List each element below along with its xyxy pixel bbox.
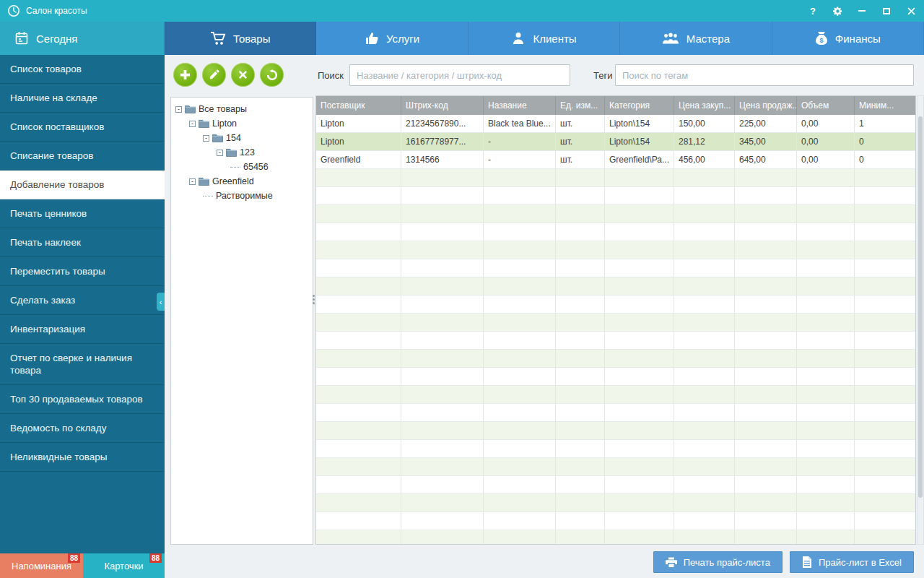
tree-expander-icon[interactable]: - — [203, 135, 209, 142]
table-empty-row[interactable] — [316, 350, 915, 368]
tree-expander-icon[interactable]: - — [189, 121, 196, 127]
table-empty-row[interactable] — [316, 440, 915, 458]
table-empty-row[interactable] — [316, 187, 915, 205]
table-cell — [484, 314, 556, 331]
table-cell — [316, 241, 401, 259]
tree-expander-icon[interactable]: - — [175, 106, 182, 113]
table-cell — [797, 296, 855, 313]
sidebar-item[interactable]: Сделать заказ — [0, 286, 165, 315]
column-header[interactable]: Цена закуп... — [674, 96, 735, 115]
cards-button[interactable]: Карточки 88 — [83, 553, 165, 578]
table-empty-row[interactable] — [316, 332, 915, 350]
scrollbar-thumb[interactable] — [918, 116, 923, 498]
print-pricelist-button[interactable]: Печать прайс-листа — [653, 551, 783, 573]
table-empty-row[interactable] — [316, 458, 915, 476]
sidebar-item[interactable]: Инвентаризация — [0, 315, 165, 344]
table-row[interactable]: Lipton16167778977...-шт.Lipton\154281,12… — [316, 133, 915, 151]
sidebar-item[interactable]: Переместить товары — [0, 257, 165, 286]
sidebar-item[interactable]: Ведомость по складу — [0, 414, 165, 443]
tab-label: Услуги — [386, 33, 419, 45]
tab-services[interactable]: Услуги — [316, 22, 468, 55]
table-cell — [735, 476, 797, 493]
table-empty-row[interactable] — [316, 241, 915, 259]
excel-pricelist-button[interactable]: Прайс-лист в Excel — [790, 551, 914, 573]
button-label: Печать прайс-листа — [684, 557, 770, 568]
table-empty-row[interactable] — [316, 259, 915, 277]
vertical-scrollbar[interactable] — [917, 95, 924, 545]
refresh-button[interactable] — [260, 63, 284, 87]
tags-input[interactable] — [615, 64, 914, 86]
sidebar-item[interactable]: Список товаров — [0, 55, 165, 84]
minimize-button[interactable] — [856, 5, 868, 17]
reminders-button[interactable]: Напоминания 88 — [0, 553, 83, 578]
table-empty-row[interactable] — [316, 223, 915, 241]
table-empty-row[interactable] — [316, 277, 915, 296]
table-empty-row[interactable] — [316, 368, 915, 386]
sidebar-item[interactable]: Списание товаров — [0, 142, 165, 171]
table-empty-row[interactable] — [316, 386, 915, 404]
tree-item[interactable]: -Greenfield — [171, 174, 313, 189]
table-empty-row[interactable] — [316, 296, 915, 314]
tree-item[interactable]: 65456 — [171, 160, 313, 174]
svg-text:$: $ — [819, 37, 823, 44]
tab-finance[interactable]: $ Финансы — [772, 22, 924, 55]
table-empty-row[interactable] — [316, 494, 915, 512]
column-header[interactable]: Название — [484, 96, 556, 115]
table-cell — [797, 386, 855, 403]
sidebar-item[interactable]: Неликвидные товары — [0, 443, 165, 472]
maximize-button[interactable] — [881, 5, 892, 17]
add-button[interactable] — [173, 63, 197, 87]
folder-icon — [185, 105, 196, 113]
table-empty-row[interactable] — [316, 169, 915, 187]
table-row[interactable]: Lipton21234567890...Black tea Blue...шт.… — [316, 115, 915, 133]
help-icon[interactable]: ? — [807, 5, 819, 17]
tree-expander-icon[interactable]: - — [217, 150, 223, 156]
table-empty-row[interactable] — [316, 314, 915, 332]
sidebar-item[interactable]: Добавление товаров — [0, 171, 165, 199]
sidebar-item[interactable]: Печать ценников — [0, 199, 165, 228]
column-header[interactable]: Категория — [605, 96, 674, 115]
sidebar-item[interactable]: Топ 30 продаваемых товаров — [0, 385, 165, 414]
tree-item[interactable]: Растворимые — [171, 189, 313, 203]
table-cell — [556, 296, 605, 313]
table-empty-row[interactable] — [316, 512, 915, 530]
tab-masters[interactable]: Мастера — [620, 22, 772, 55]
column-header[interactable]: Поставщик — [316, 96, 401, 115]
goods-table: ПоставщикШтрих-кодНазваниеЕд. изм...Кате… — [315, 95, 916, 545]
settings-gear-icon[interactable] — [832, 5, 843, 17]
table-empty-row[interactable] — [316, 404, 915, 422]
column-header[interactable]: Объем — [797, 96, 855, 115]
sidebar-item[interactable]: Отчет по сверке и наличия товара — [0, 344, 165, 385]
tab-clients[interactable]: Клиенты — [468, 22, 620, 55]
sidebar-item[interactable]: Список поставщиков — [0, 113, 165, 142]
column-header[interactable]: Ед. изм... — [556, 96, 605, 115]
column-header[interactable]: Миним... — [855, 96, 916, 115]
sidebar-item[interactable]: Печать наклеек — [0, 228, 165, 257]
table-empty-row[interactable] — [316, 205, 915, 223]
tree-item[interactable]: -Lipton — [171, 116, 313, 131]
tab-today[interactable]: Сегодня — [0, 22, 165, 55]
tree-item[interactable]: -154 — [171, 131, 313, 145]
table-row[interactable]: Greenfield1314566-шт.Greenfield\Ра...456… — [316, 151, 915, 169]
sidebar-collapse-button[interactable]: ‹ — [157, 293, 165, 311]
table-empty-row[interactable] — [316, 422, 915, 440]
edit-button[interactable] — [202, 63, 226, 87]
table-cell — [401, 241, 484, 259]
delete-button[interactable] — [231, 63, 255, 87]
sidebar-item[interactable]: Наличие на складе — [0, 84, 165, 113]
table-empty-row[interactable] — [316, 476, 915, 494]
tree-expander-icon[interactable]: - — [189, 178, 196, 185]
column-header[interactable]: Цена продаж... — [735, 96, 797, 115]
table-cell — [401, 223, 484, 241]
table-empty-row[interactable] — [316, 530, 915, 545]
table-cell — [316, 386, 401, 403]
close-button[interactable] — [905, 5, 917, 17]
tree-item[interactable]: -123 — [171, 145, 313, 160]
table-cell — [556, 440, 605, 457]
tree-item[interactable]: -Все товары — [171, 102, 313, 116]
tab-goods[interactable]: Товары — [165, 22, 316, 55]
table-cell — [401, 187, 484, 204]
search-input[interactable] — [349, 64, 570, 86]
column-header[interactable]: Штрих-код — [401, 96, 484, 115]
reminders-badge: 88 — [68, 553, 80, 563]
